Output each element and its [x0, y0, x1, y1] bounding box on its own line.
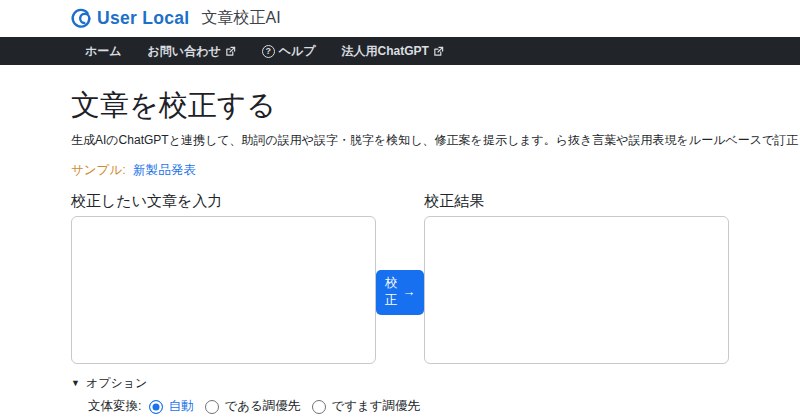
- style-option-dearu-label: である調優先: [224, 398, 300, 415]
- options-toggle-label: オプション: [86, 375, 147, 392]
- result-textarea[interactable]: [424, 216, 729, 364]
- options-section: ▼ オプション 文体変換: 自動 である調優先 ですます調優先: [71, 375, 729, 415]
- style-option-auto-label: 自動: [168, 398, 193, 415]
- page-description: 生成AIのChatGPTと連携して、助詞の誤用や誤字・脱字を検知し、修正案を提示…: [71, 132, 729, 149]
- nav-help-label: ヘルプ: [279, 43, 316, 60]
- style-radio-desumasu[interactable]: [312, 400, 326, 414]
- page-title: 文章を校正する: [71, 86, 729, 126]
- nav-contact-label: お問い合わせ: [148, 43, 221, 60]
- style-option-desumasu-label: ですます調優先: [331, 398, 420, 415]
- options-toggle[interactable]: ▼ オプション: [71, 375, 147, 392]
- input-label: 校正したい文章を入力: [71, 192, 376, 211]
- proofread-button-label: 校正: [385, 275, 398, 309]
- external-link-icon: [433, 46, 444, 57]
- result-column: 校正結果: [424, 192, 729, 368]
- style-radio-auto[interactable]: [149, 400, 163, 414]
- style-radio-dearu[interactable]: [205, 400, 219, 414]
- style-conversion-row: 文体変換: 自動 である調優先 ですます調優先: [88, 398, 729, 415]
- style-option-auto[interactable]: 自動: [149, 398, 193, 415]
- nav-item-corporate-chatgpt[interactable]: 法人用ChatGPT: [342, 43, 444, 60]
- main-content: 文章を校正する 生成AIのChatGPTと連携して、助詞の誤用や誤字・脱字を検知…: [0, 86, 800, 415]
- sample-link[interactable]: 新製品発表: [133, 163, 196, 177]
- sample-label: サンプル:: [71, 163, 126, 177]
- result-label: 校正結果: [424, 192, 729, 211]
- proofread-button[interactable]: 校正 →: [376, 270, 425, 315]
- main-nav: ホーム お問い合わせ ? ヘルプ 法人用ChatGPT: [0, 37, 800, 65]
- triangle-down-icon: ▼: [71, 379, 80, 388]
- app-header: User Local 文章校正AI: [0, 0, 800, 37]
- userlocal-logo-icon: [70, 8, 92, 30]
- app-title: 文章校正AI: [201, 8, 280, 29]
- style-option-desumasu[interactable]: ですます調優先: [312, 398, 420, 415]
- brand-name: User Local: [97, 8, 189, 29]
- sample-line: サンプル: 新製品発表: [71, 162, 729, 179]
- style-option-dearu[interactable]: である調優先: [205, 398, 300, 415]
- nav-item-contact[interactable]: お問い合わせ: [148, 43, 236, 60]
- nav-item-home[interactable]: ホーム: [85, 43, 122, 60]
- style-conversion-label: 文体変換:: [88, 398, 141, 415]
- userlocal-logo[interactable]: User Local: [70, 8, 189, 30]
- external-link-icon: [225, 46, 236, 57]
- source-textarea[interactable]: [71, 216, 376, 364]
- nav-item-help[interactable]: ? ヘルプ: [262, 43, 316, 60]
- proofread-workspace: 校正したい文章を入力 校正 → 校正結果: [71, 192, 729, 368]
- middle-column: 校正 →: [376, 192, 425, 368]
- nav-home-label: ホーム: [85, 43, 122, 60]
- arrow-right-icon: →: [402, 285, 415, 298]
- help-circle-icon: ?: [262, 45, 275, 58]
- input-column: 校正したい文章を入力: [71, 192, 376, 368]
- nav-chatgpt-label: 法人用ChatGPT: [342, 43, 429, 60]
